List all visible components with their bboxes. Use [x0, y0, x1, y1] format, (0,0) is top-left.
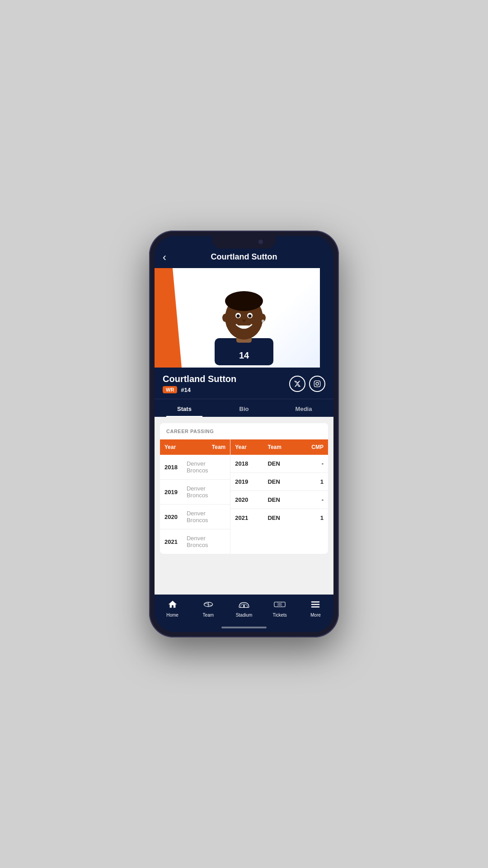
tab-stats[interactable]: Stats	[155, 399, 214, 417]
player-name-section: Courtland Sutton WR #14	[163, 374, 236, 393]
player-info-bar: Courtland Sutton WR #14	[155, 368, 333, 399]
player-name: Courtland Sutton	[163, 374, 236, 384]
team-icon	[203, 599, 213, 611]
table-row-right-1: 2019 DEN 1	[230, 473, 328, 491]
svg-rect-16	[244, 605, 245, 608]
nav-item-tickets[interactable]: Tickets	[262, 599, 298, 618]
tab-media[interactable]: Media	[274, 399, 333, 417]
bottom-nav: Home Team	[155, 594, 333, 625]
svg-point-8	[249, 315, 252, 318]
phone-screen: ‹ Courtland Sutton 14	[155, 236, 333, 632]
cell-year-right-2: 2020	[230, 491, 263, 509]
svg-rect-12	[314, 381, 320, 387]
svg-point-4	[225, 291, 263, 311]
nav-label-tickets: Tickets	[273, 613, 287, 618]
cell-year-left-2: 2020	[160, 505, 182, 529]
table-body-right: 2018 DEN - 2019 DEN 1 2020 DEN - 2021 DE…	[230, 455, 328, 527]
cell-cmp-3: 1	[297, 509, 328, 527]
cell-year-left-1: 2019	[160, 480, 182, 505]
back-button[interactable]: ‹	[163, 251, 166, 264]
player-photo-area: 14	[155, 268, 333, 368]
navy-accent-right	[320, 268, 333, 368]
instagram-icon-button[interactable]	[309, 376, 325, 392]
home-icon	[168, 599, 178, 611]
cell-year-right-0: 2018	[230, 455, 263, 473]
social-icons	[289, 376, 325, 392]
col-team-right: Team	[263, 439, 297, 455]
orange-accent-left	[155, 268, 182, 368]
col-team-left: Team	[182, 439, 230, 455]
career-passing-card: CAREER PASSING Year Team	[160, 423, 328, 554]
cell-team-left-1: Denver Broncos	[182, 480, 230, 505]
cell-team-abbr-0: DEN	[263, 455, 297, 473]
header-title: Courtland Sutton	[211, 252, 277, 262]
player-silhouette: 14	[155, 268, 333, 368]
svg-text:14: 14	[239, 350, 249, 360]
table-row-1: 2019 Denver Broncos	[160, 480, 230, 505]
nav-item-home[interactable]: Home	[155, 599, 190, 618]
cell-team-abbr-1: DEN	[263, 473, 297, 491]
table-left: Year Team 2018 Denver Broncos 2019 Denve…	[160, 439, 230, 554]
svg-point-11	[262, 320, 264, 322]
cell-team-abbr-2: DEN	[263, 491, 297, 509]
phone-frame: ‹ Courtland Sutton 14	[149, 231, 339, 637]
player-tags: WR #14	[163, 386, 236, 393]
tab-bio[interactable]: Bio	[214, 399, 274, 417]
cell-team-left-3: Denver Broncos	[182, 529, 230, 554]
cell-year-left-3: 2021	[160, 529, 182, 554]
col-year-right: Year	[230, 439, 263, 455]
table-right: Year Team CMP 2018 DEN - 2019 DEN 1 2020…	[230, 439, 328, 554]
player-image: 14	[206, 270, 282, 365]
player-number: #14	[181, 387, 191, 393]
table-row-3: 2021 Denver Broncos	[160, 529, 230, 554]
twitter-icon-button[interactable]	[289, 376, 305, 392]
svg-point-13	[316, 382, 319, 385]
svg-point-14	[319, 382, 319, 382]
nav-label-more: More	[310, 613, 321, 618]
nav-item-stadium[interactable]: Stadium	[226, 599, 262, 618]
svg-point-7	[237, 315, 240, 318]
stats-table-split: Year Team 2018 Denver Broncos 2019 Denve…	[160, 439, 328, 554]
nav-item-team[interactable]: Team	[190, 599, 226, 618]
camera	[258, 240, 263, 244]
stats-content: CAREER PASSING Year Team	[155, 417, 333, 594]
stadium-icon	[238, 599, 250, 611]
nav-label-stadium: Stadium	[236, 613, 253, 618]
nav-label-team: Team	[203, 613, 214, 618]
table-header-left: Year Team	[160, 439, 230, 455]
cell-year-right-1: 2019	[230, 473, 263, 491]
cell-team-left-0: Denver Broncos	[182, 455, 230, 480]
table-row-2: 2020 Denver Broncos	[160, 505, 230, 529]
cell-year-right-3: 2021	[230, 509, 263, 527]
career-passing-header: CAREER PASSING	[160, 423, 328, 439]
svg-point-9	[222, 314, 228, 322]
cell-cmp-2: -	[297, 491, 328, 509]
table-header-right: Year Team CMP	[230, 439, 328, 455]
cell-cmp-0: -	[297, 455, 328, 473]
tabs-bar: Stats Bio Media	[155, 399, 333, 417]
home-bar	[221, 627, 267, 628]
nav-item-more[interactable]: More	[298, 599, 333, 618]
table-row-right-0: 2018 DEN -	[230, 455, 328, 473]
cell-team-left-2: Denver Broncos	[182, 505, 230, 529]
cell-cmp-1: 1	[297, 473, 328, 491]
svg-rect-17	[239, 607, 249, 608]
table-body-left: 2018 Denver Broncos 2019 Denver Broncos …	[160, 455, 230, 554]
col-year-left: Year	[160, 439, 182, 455]
table-row-right-2: 2020 DEN -	[230, 491, 328, 509]
col-cmp: CMP	[297, 439, 328, 455]
table-row-right-3: 2021 DEN 1	[230, 509, 328, 527]
tickets-icon	[274, 599, 286, 611]
home-indicator	[155, 625, 333, 632]
nav-label-home: Home	[166, 613, 178, 618]
table-row-0: 2018 Denver Broncos	[160, 455, 230, 480]
cell-year-left-0: 2018	[160, 455, 182, 480]
more-icon	[310, 599, 320, 611]
position-badge: WR	[163, 386, 177, 393]
phone-notch	[212, 236, 276, 249]
cell-team-abbr-3: DEN	[263, 509, 297, 527]
